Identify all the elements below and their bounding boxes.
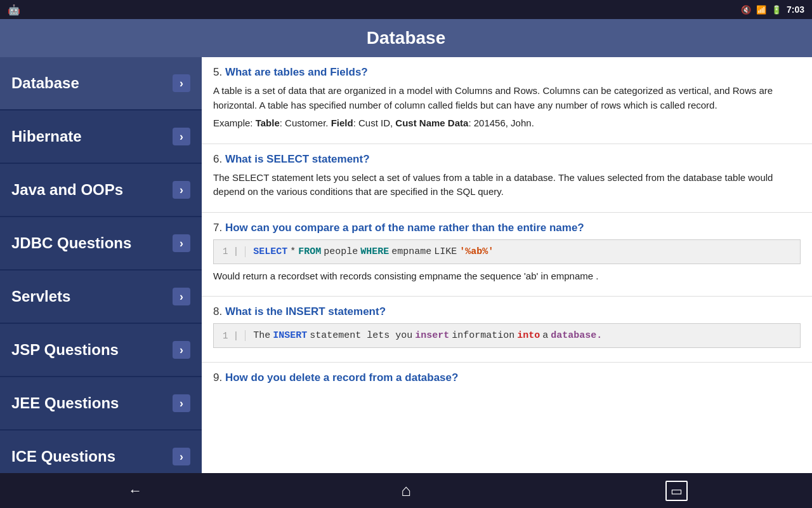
question-6-answer: The SELECT statement lets you select a s… <box>213 171 801 199</box>
code-block-7: 1 | SELECT * FROM people WHERE empname L… <box>213 239 801 264</box>
status-bar: 🤖 🔇 📶 🔋 7:03 <box>0 0 812 19</box>
question-5-example: Example: Table: Customer. Field: Cust ID… <box>213 116 801 131</box>
bottom-nav: ← ⌂ ▭ <box>0 473 812 508</box>
question-8-title: 8. What is the INSERT statement? <box>213 305 801 318</box>
question-9-title: 9. How do you delete a record from a dat… <box>213 371 801 384</box>
question-5: 5. What are tables and Fields? A table i… <box>202 57 812 144</box>
sidebar-item-hibernate[interactable]: Hibernate › <box>0 110 202 164</box>
question-7-post: Would return a recordset with records co… <box>213 269 801 284</box>
sidebar-label-hibernate: Hibernate <box>11 128 82 145</box>
sidebar-item-database[interactable]: Database › <box>0 57 202 110</box>
chevron-icon-jsp: › <box>173 341 190 359</box>
sidebar-item-jsp[interactable]: JSP Questions › <box>0 324 202 377</box>
sidebar-label-servlets: Servlets <box>11 288 70 305</box>
content-area[interactable]: 5. What are tables and Fields? A table i… <box>202 57 812 473</box>
wifi-icon: 📶 <box>756 5 766 15</box>
sidebar-label-database: Database <box>11 74 79 92</box>
question-8-link[interactable]: What is the INSERT statement? <box>225 305 386 318</box>
sidebar-item-jee[interactable]: JEE Questions › <box>0 377 202 431</box>
sidebar-item-servlets[interactable]: Servlets › <box>0 271 202 324</box>
question-6-link[interactable]: What is SELECT statement? <box>225 153 370 165</box>
sidebar-item-ice[interactable]: ICE Questions › <box>0 431 202 473</box>
back-icon: ← <box>128 483 142 499</box>
sidebar-label-jdbc: JDBC Questions <box>11 234 131 252</box>
question-9-link[interactable]: How do you delete a record from a databa… <box>225 371 458 384</box>
sidebar: Database › Hibernate › Java and OOPs › J… <box>0 57 202 473</box>
sidebar-label-ice: ICE Questions <box>11 448 115 465</box>
code-content-7: SELECT * FROM people WHERE empname LIKE … <box>253 246 494 257</box>
chevron-icon-jdbc: › <box>173 234 190 252</box>
question-7: 7. How can you compare a part of the nam… <box>202 213 812 297</box>
recents-icon: ▭ <box>665 481 688 501</box>
status-left: 🤖 <box>8 4 20 16</box>
chevron-icon-jee: › <box>173 394 190 412</box>
title-bar: Database <box>0 19 812 57</box>
question-5-title: 5. What are tables and Fields? <box>213 66 801 79</box>
main-content: Database › Hibernate › Java and OOPs › J… <box>0 57 812 473</box>
chevron-icon-ice: › <box>173 448 190 465</box>
mute-icon: 🔇 <box>741 5 751 15</box>
chevron-icon-servlets: › <box>173 288 190 305</box>
chevron-icon-database: › <box>173 74 190 92</box>
home-icon: ⌂ <box>401 481 411 500</box>
recents-button[interactable]: ▭ <box>655 478 699 504</box>
page-title: Database <box>367 28 446 48</box>
sidebar-label-jee: JEE Questions <box>11 394 119 412</box>
question-9: 9. How do you delete a record from a dat… <box>202 363 812 398</box>
battery-icon: 🔋 <box>771 5 782 15</box>
code-line-num-8: 1 | <box>223 330 246 341</box>
question-7-title: 7. How can you compare a part of the nam… <box>213 222 801 234</box>
code-content-8: The INSERT statement lets you insert inf… <box>253 330 602 341</box>
question-5-answer: A table is a set of data that are organi… <box>213 84 801 112</box>
status-right: 🔇 📶 🔋 7:03 <box>741 4 804 15</box>
sidebar-item-jdbc[interactable]: JDBC Questions › <box>0 217 202 271</box>
question-7-link[interactable]: How can you compare a part of the name r… <box>225 222 584 234</box>
question-5-link[interactable]: What are tables and Fields? <box>225 66 368 78</box>
home-button[interactable]: ⌂ <box>384 478 428 504</box>
sidebar-label-java-oops: Java and OOPs <box>11 181 123 199</box>
code-block-8: 1 | The INSERT statement lets you insert… <box>213 323 801 348</box>
question-6: 6. What is SELECT statement? The SELECT … <box>202 144 812 213</box>
sidebar-label-jsp: JSP Questions <box>11 341 119 359</box>
question-8: 8. What is the INSERT statement? 1 | The… <box>202 297 812 363</box>
sidebar-item-java-oops[interactable]: Java and OOPs › <box>0 164 202 217</box>
android-icon: 🤖 <box>8 4 20 16</box>
question-6-title: 6. What is SELECT statement? <box>213 153 801 166</box>
chevron-icon-hibernate: › <box>173 128 190 145</box>
chevron-icon-java-oops: › <box>173 181 190 199</box>
back-button[interactable]: ← <box>113 478 157 504</box>
time-display: 7:03 <box>787 4 804 15</box>
code-line-num-7: 1 | <box>223 246 246 257</box>
